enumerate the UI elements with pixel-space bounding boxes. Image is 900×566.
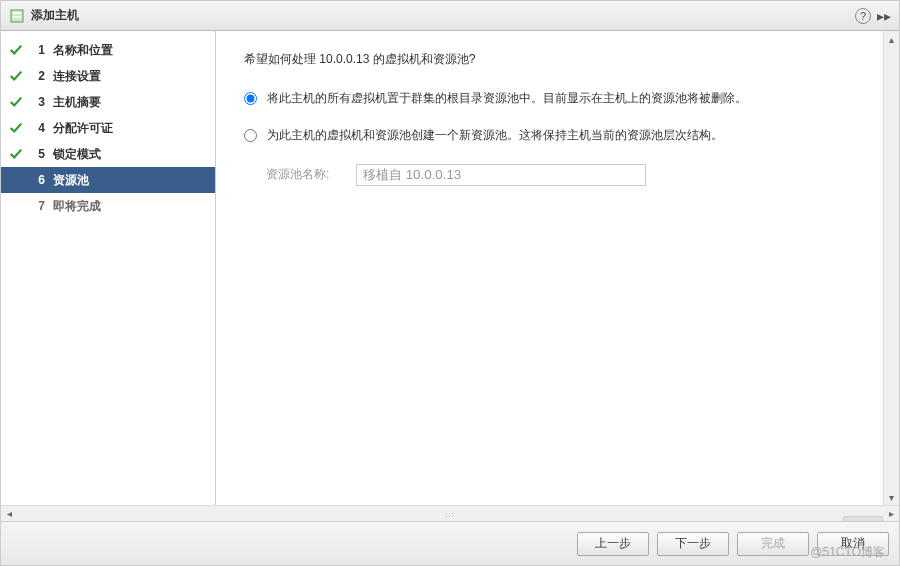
scroll-right-arrow[interactable]: ▸ xyxy=(883,508,899,519)
prompt-text: 希望如何处理 10.0.0.13 的虚拟机和资源池? xyxy=(244,51,871,68)
step-label: 锁定模式 xyxy=(53,146,101,163)
cancel-button[interactable]: 取消 xyxy=(817,532,889,556)
step-connection-settings[interactable]: 2 连接设置 xyxy=(1,63,215,89)
add-host-wizard-window: 添加主机 ? ▸▸ 1 名称和位置 2 连接设置 3 主机摘要 4 xyxy=(0,0,900,566)
radio-root-pool[interactable] xyxy=(244,92,257,105)
wizard-footer: 上一步 下一步 完成 取消 @51CTO博客 xyxy=(1,521,899,565)
back-button[interactable]: 上一步 xyxy=(577,532,649,556)
finish-button[interactable]: 完成 xyxy=(737,532,809,556)
pool-name-row: 资源池名称: xyxy=(244,164,871,186)
step-number: 1 xyxy=(33,43,45,57)
check-icon xyxy=(9,121,23,135)
splitter-grip-icon[interactable]: ::: xyxy=(445,509,455,518)
step-label: 连接设置 xyxy=(53,68,101,85)
next-button[interactable]: 下一步 xyxy=(657,532,729,556)
option-new-pool[interactable]: 为此主机的虚拟机和资源池创建一个新资源池。这将保持主机当前的资源池层次结构。 xyxy=(244,127,871,144)
step-ready-complete[interactable]: 7 即将完成 xyxy=(1,193,215,219)
wizard-steps-sidebar: 1 名称和位置 2 连接设置 3 主机摘要 4 分配许可证 5 锁定模式 xyxy=(1,31,216,505)
expand-icon[interactable]: ▸▸ xyxy=(877,8,891,24)
step-number: 7 xyxy=(33,199,45,213)
horizontal-scrollbar[interactable]: ◂ ::: ▸ xyxy=(1,505,899,521)
wizard-body: 1 名称和位置 2 连接设置 3 主机摘要 4 分配许可证 5 锁定模式 xyxy=(1,31,899,505)
option-root-pool[interactable]: 将此主机的所有虚拟机置于群集的根目录资源池中。目前显示在主机上的资源池将被删除。 xyxy=(244,90,871,107)
step-label: 名称和位置 xyxy=(53,42,113,59)
option-label: 将此主机的所有虚拟机置于群集的根目录资源池中。目前显示在主机上的资源池将被删除。 xyxy=(267,90,747,107)
step-label: 主机摘要 xyxy=(53,94,101,111)
step-label: 资源池 xyxy=(53,172,89,189)
step-number: 2 xyxy=(33,69,45,83)
option-label: 为此主机的虚拟机和资源池创建一个新资源池。这将保持主机当前的资源池层次结构。 xyxy=(267,127,723,144)
scroll-down-arrow[interactable]: ▾ xyxy=(884,489,899,505)
svg-rect-1 xyxy=(13,12,21,14)
step-number: 6 xyxy=(33,173,45,187)
step-number: 4 xyxy=(33,121,45,135)
scroll-left-arrow[interactable]: ◂ xyxy=(1,508,17,519)
check-icon xyxy=(9,43,23,57)
pool-name-label: 资源池名称: xyxy=(266,166,356,183)
step-label: 即将完成 xyxy=(53,198,101,215)
radio-new-pool[interactable] xyxy=(244,129,257,142)
step-label: 分配许可证 xyxy=(53,120,113,137)
host-icon xyxy=(9,8,25,24)
pool-name-input[interactable] xyxy=(356,164,646,186)
step-name-location[interactable]: 1 名称和位置 xyxy=(1,37,215,63)
check-icon xyxy=(9,69,23,83)
step-resource-pool[interactable]: 6 资源池 xyxy=(1,167,215,193)
check-icon xyxy=(9,95,23,109)
scroll-up-arrow[interactable]: ▴ xyxy=(884,31,899,47)
step-lockdown-mode[interactable]: 5 锁定模式 xyxy=(1,141,215,167)
wizard-main-panel: 希望如何处理 10.0.0.13 的虚拟机和资源池? 将此主机的所有虚拟机置于群… xyxy=(216,31,899,505)
help-icon[interactable]: ? xyxy=(855,8,871,24)
step-host-summary[interactable]: 3 主机摘要 xyxy=(1,89,215,115)
window-title: 添加主机 xyxy=(31,7,855,24)
svg-rect-2 xyxy=(13,16,21,18)
step-number: 3 xyxy=(33,95,45,109)
step-assign-license[interactable]: 4 分配许可证 xyxy=(1,115,215,141)
vertical-scrollbar[interactable]: ▴ ▾ xyxy=(883,31,899,505)
step-number: 5 xyxy=(33,147,45,161)
check-icon xyxy=(9,147,23,161)
titlebar: 添加主机 ? ▸▸ xyxy=(1,1,899,31)
